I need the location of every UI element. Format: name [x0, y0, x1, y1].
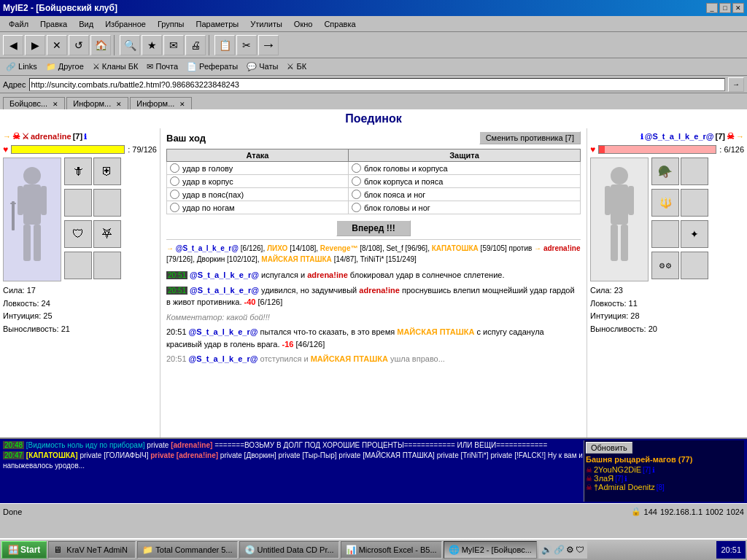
- close-button[interactable]: ✕: [732, 3, 744, 13]
- left-hp-fill: [12, 146, 82, 153]
- attack-option-2[interactable]: удар в корпус: [167, 175, 349, 188]
- tray-icon-4[interactable]: 🛡: [576, 545, 584, 555]
- right-info-icon[interactable]: ℹ: [640, 133, 643, 141]
- defense-radio-4[interactable]: [352, 203, 361, 212]
- tower-player-1: ☠ 2YouNG2DiE [7] ℹ: [586, 465, 743, 474]
- defense-radio-3[interactable]: [352, 190, 361, 199]
- defense-option-3[interactable]: блок пояса и ног: [348, 188, 580, 201]
- taskbar-item-krav[interactable]: 🖥 KraV NeT AdmiN: [48, 541, 136, 559]
- address-bar: Адрес →: [0, 76, 747, 93]
- tab-3[interactable]: Информ... ✕: [130, 97, 192, 109]
- menu-utils[interactable]: Утилиты: [244, 18, 288, 30]
- turn-header: Ваш ход Сменить противника [7]: [166, 131, 581, 144]
- chat-refresh-button[interactable]: Обновить: [586, 442, 632, 454]
- tower-skull-3: ☠: [586, 483, 592, 491]
- tray-icon-1[interactable]: 🔊: [541, 545, 552, 555]
- attack-option-1[interactable]: удар в голову: [167, 162, 349, 175]
- fav-mail[interactable]: ✉ Почта: [144, 61, 181, 72]
- attack-radio-1[interactable]: [170, 163, 179, 173]
- toolbar: ◀ ▶ ✕ ↺ 🏠 🔍 ★ ✉ 🖨 📋 ✂ →: [0, 32, 747, 58]
- change-opponent-button[interactable]: Сменить противника [7]: [479, 131, 581, 144]
- right-stat-agility: Ловкость: 11: [590, 298, 744, 311]
- attack-radio-3[interactable]: [170, 190, 179, 199]
- print-button[interactable]: 🖨: [185, 35, 206, 55]
- defense-option-4[interactable]: блок головы и ног: [348, 201, 580, 214]
- taskbar-item-myie2[interactable]: 🌐 MyIE2 - [Бойцовс...: [444, 541, 537, 559]
- tray-icon-2[interactable]: 🔗: [554, 545, 565, 555]
- left-char-image: [3, 158, 61, 281]
- svg-rect-2: [18, 186, 23, 215]
- tower-info-1[interactable]: ℹ: [652, 466, 655, 474]
- taskbar-item-excel[interactable]: 📊 Microsoft Excel - B5...: [341, 541, 442, 559]
- left-player-stats: Сила: 17 Ловкость: 24 Интуиция: 25 Вынос…: [3, 284, 157, 335]
- fav-other[interactable]: 📁 Другое: [43, 61, 87, 72]
- tab-1-label: Бойцовс...: [9, 99, 47, 108]
- right-slot-5: [651, 220, 679, 248]
- menu-view[interactable]: Вид: [73, 18, 99, 30]
- refresh-button[interactable]: ↺: [69, 35, 89, 55]
- tab-1-close[interactable]: ✕: [53, 101, 58, 108]
- tab-2-close[interactable]: ✕: [116, 101, 122, 108]
- attack-radio-2[interactable]: [170, 176, 179, 186]
- tab-3-close[interactable]: ✕: [179, 101, 185, 108]
- fav-chats[interactable]: 💬 Чаты: [244, 61, 281, 72]
- attack-option-4[interactable]: удар по ногам: [167, 201, 349, 214]
- attack-option-3[interactable]: удар в пояс(пах): [167, 188, 349, 201]
- defense-option-2[interactable]: блок корпуса и пояса: [348, 175, 580, 188]
- address-go-button[interactable]: →: [728, 77, 744, 92]
- forward-button[interactable]: Вперед !!!: [336, 220, 411, 236]
- left-player-name[interactable]: adrena!ine: [31, 132, 71, 141]
- tab-1[interactable]: Бойцовс... ✕: [3, 97, 65, 109]
- tower-player-level-1: [7]: [643, 466, 651, 474]
- copy-button[interactable]: 📋: [214, 35, 235, 55]
- right-char-image: [590, 158, 649, 281]
- tab-2[interactable]: Информ... ✕: [66, 97, 128, 109]
- menu-edit[interactable]: Правка: [34, 18, 73, 30]
- window-title: MyIE2 - [Бойцовский клуб]: [3, 3, 117, 13]
- minimize-button[interactable]: _: [706, 3, 718, 13]
- favorites-button[interactable]: ★: [142, 35, 162, 55]
- defense-option-1[interactable]: блок головы и корпуса: [348, 162, 580, 175]
- left-info-icon[interactable]: ℹ: [84, 133, 87, 141]
- go-button[interactable]: →: [258, 35, 279, 55]
- right-player-name[interactable]: @S_t_a_l_k_e_r@: [645, 132, 714, 141]
- svg-rect-12: [611, 225, 618, 261]
- mail-button[interactable]: ✉: [163, 35, 184, 55]
- stop-button[interactable]: ✕: [47, 35, 67, 55]
- fav-bk[interactable]: ⚔ БК: [284, 61, 309, 72]
- left-stat-strength: Сила: 17: [3, 284, 157, 298]
- defense-radio-2[interactable]: [352, 176, 361, 186]
- fav-links[interactable]: 🔗 Links: [3, 61, 40, 72]
- mayka-name: МАЙСКАЯ ПТАШКА: [261, 255, 332, 263]
- back-button[interactable]: ◀: [3, 35, 23, 55]
- battle-title: Поединок: [0, 109, 747, 128]
- fav-clans[interactable]: ⚔ Кланы БК: [90, 61, 142, 72]
- address-label: Адрес: [3, 80, 26, 89]
- tower-info-2[interactable]: ℹ: [624, 475, 627, 483]
- forward-button[interactable]: ▶: [25, 35, 45, 55]
- attack-radio-4[interactable]: [170, 203, 179, 212]
- menu-window[interactable]: Окно: [288, 18, 319, 30]
- home-button[interactable]: 🏠: [90, 35, 111, 55]
- maximize-button[interactable]: □: [719, 3, 731, 13]
- start-button[interactable]: 🪟 Start: [1, 541, 47, 559]
- left-heart-icon: ♥: [3, 144, 8, 155]
- menu-help[interactable]: Справка: [318, 18, 361, 30]
- menu-params[interactable]: Параметры: [190, 18, 245, 30]
- cut-button[interactable]: ✂: [236, 35, 257, 55]
- right-skull-icon: ☠: [727, 131, 735, 141]
- fav-refs[interactable]: 📄 Рефераты: [184, 61, 241, 72]
- menu-favorites[interactable]: Избранное: [99, 18, 152, 30]
- tray-icon-3[interactable]: ⚙: [566, 545, 574, 555]
- clock-time: 20:51: [721, 545, 741, 554]
- menu-file[interactable]: Файл: [3, 18, 34, 30]
- search-button[interactable]: 🔍: [120, 35, 140, 55]
- taskbar-item-data-cd[interactable]: 💿 Untitled Data CD Pr...: [239, 541, 339, 559]
- address-input[interactable]: [29, 78, 726, 91]
- taskbar-item-total-commander[interactable]: 📁 Total Commander 5...: [137, 541, 237, 559]
- left-figure-svg: [10, 165, 54, 274]
- svg-rect-7: [10, 203, 16, 204]
- item-slot-4: [93, 189, 121, 217]
- menu-groups[interactable]: Группы: [152, 18, 190, 30]
- defense-radio-1[interactable]: [352, 163, 361, 173]
